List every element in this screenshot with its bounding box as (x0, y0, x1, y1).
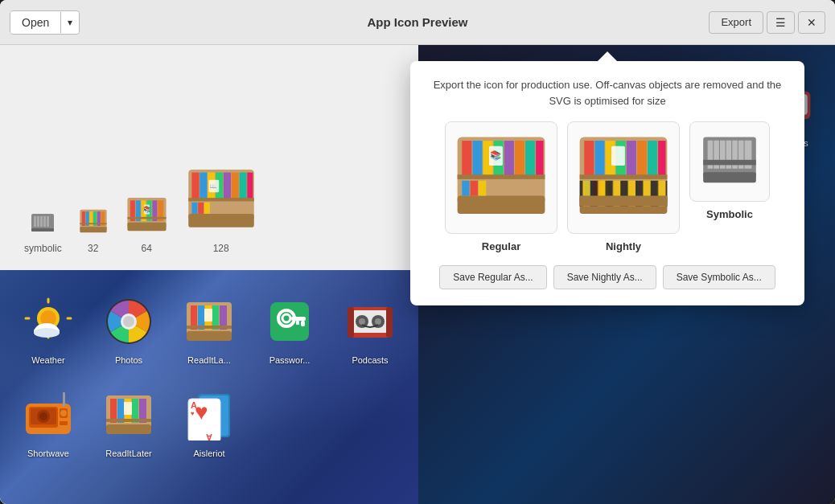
photos-icon (100, 293, 158, 350)
svg-rect-64 (204, 309, 212, 322)
svg-rect-115 (462, 181, 469, 196)
aisleriot-icon: ♥ A ♥ A (180, 386, 238, 444)
save-symbolic-button[interactable]: Save Symbolic As... (663, 265, 775, 289)
symbolic-label: symbolic (24, 243, 62, 254)
svg-rect-126 (627, 141, 636, 178)
svg-rect-17 (127, 223, 166, 231)
app-window: Open ▾ App Icon Preview Export ☰ ✕ (0, 0, 835, 504)
list-item[interactable]: Passwor... (249, 286, 330, 371)
svg-rect-30 (199, 173, 207, 201)
svg-text:📚: 📚 (490, 150, 502, 161)
shortwave-label: Shortwave (27, 449, 69, 458)
preview-32: 32 (78, 206, 109, 254)
svg-rect-89 (106, 424, 151, 434)
svg-rect-24 (127, 217, 166, 219)
svg-rect-5 (43, 216, 46, 227)
svg-point-75 (359, 318, 365, 325)
svg-rect-15 (80, 223, 106, 224)
titlebar-actions: Export ☰ ✕ (709, 11, 825, 34)
svg-point-55 (123, 316, 134, 327)
svg-point-76 (375, 318, 381, 325)
svg-rect-87 (60, 421, 68, 425)
save-nightly-button[interactable]: Save Nightly As... (553, 265, 656, 289)
regular-label: Regular (482, 240, 520, 252)
svg-rect-6 (47, 216, 49, 227)
nightly-label: Nightly (606, 240, 641, 252)
svg-text:A: A (191, 400, 197, 410)
size-128-label: 128 (213, 243, 229, 254)
passwords-label: Passwor... (269, 355, 311, 365)
main-content: symbolic (0, 45, 835, 504)
size-128-icon: 📖 (185, 164, 257, 236)
svg-rect-114 (458, 174, 545, 179)
svg-rect-39 (198, 203, 204, 214)
svg-rect-35 (239, 173, 246, 201)
menu-button[interactable]: ☰ (767, 11, 795, 34)
svg-text:♥: ♥ (191, 410, 195, 417)
svg-rect-37 (188, 198, 254, 201)
svg-rect-70 (296, 321, 299, 325)
svg-rect-2 (34, 216, 36, 227)
window-title: App Icon Preview (367, 15, 467, 29)
svg-text:A: A (206, 432, 212, 440)
svg-rect-112 (525, 141, 535, 178)
regular-icon-box: 📚 (445, 121, 557, 234)
titlebar: Open ▾ App Icon Preview Export ☰ ✕ (0, 0, 835, 45)
list-item[interactable]: Weather (8, 286, 88, 371)
export-popup: Export the icon for production use. Off-… (410, 61, 804, 305)
svg-rect-137 (580, 196, 668, 207)
svg-text:📖: 📖 (210, 182, 217, 190)
svg-rect-4 (40, 216, 43, 227)
popup-icon-nightly: Nightly (567, 121, 680, 252)
svg-rect-106 (462, 141, 471, 178)
svg-rect-68 (291, 317, 306, 321)
svg-rect-127 (637, 141, 647, 178)
svg-rect-78 (386, 307, 393, 338)
svg-rect-36 (247, 173, 253, 201)
podcasts-icon (341, 293, 399, 350)
svg-rect-123 (594, 141, 604, 178)
list-item[interactable]: ReadItLa... (169, 286, 249, 371)
svg-rect-96 (124, 402, 132, 415)
popup-icon-regular: 📚 Regular (445, 121, 557, 252)
save-regular-button[interactable]: Save Regular As... (439, 265, 546, 289)
list-item[interactable]: Photos (88, 286, 169, 371)
shortwave-icon (19, 386, 77, 444)
svg-rect-95 (106, 419, 151, 422)
svg-rect-77 (348, 307, 354, 338)
svg-rect-117 (479, 181, 486, 196)
svg-rect-111 (515, 141, 524, 178)
list-item[interactable]: ReadItLater (88, 379, 169, 465)
icon-preview-top: symbolic (0, 45, 418, 270)
weather-icon (19, 293, 77, 350)
svg-rect-29 (191, 173, 199, 201)
popup-arrow (598, 51, 617, 61)
popup-buttons-row: Save Regular As... Save Nightly As... Sa… (426, 265, 788, 289)
open-button[interactable]: Open (10, 11, 60, 34)
svg-rect-69 (301, 321, 305, 326)
svg-rect-113 (536, 141, 543, 178)
svg-rect-40 (204, 203, 210, 214)
list-item[interactable]: Podcasts (330, 286, 410, 371)
left-grid-row2: Shortwave (0, 379, 418, 473)
svg-rect-116 (471, 181, 478, 196)
svg-rect-63 (187, 326, 232, 329)
readitlater-icon (180, 293, 238, 350)
readitlater-label: ReadItLa... (187, 355, 231, 365)
svg-rect-28 (188, 214, 254, 227)
left-grid-row1: Weather (0, 270, 418, 379)
export-button[interactable]: Export (709, 11, 763, 34)
svg-point-85 (60, 410, 67, 416)
size-32-icon (78, 206, 109, 236)
left-panel: symbolic (0, 45, 418, 504)
svg-rect-140 (703, 172, 756, 182)
size-32-label: 32 (88, 243, 98, 254)
preview-symbolic: symbolic (24, 211, 62, 254)
list-item[interactable]: ♥ A ♥ A Aisleriot (169, 379, 249, 465)
close-button[interactable]: ✕ (798, 11, 825, 34)
open-dropdown-button[interactable]: ▾ (60, 12, 79, 33)
size-64-label: 64 (142, 243, 152, 254)
open-button-group[interactable]: Open ▾ (10, 10, 80, 35)
readitlater2-icon (100, 386, 158, 444)
list-item[interactable]: Shortwave (8, 379, 88, 465)
